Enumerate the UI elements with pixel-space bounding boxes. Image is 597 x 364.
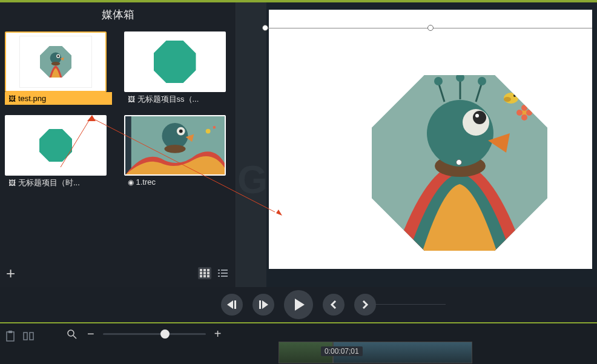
svg-marker-59	[295, 299, 305, 311]
timeline-bar: − + 0:00:07;01	[0, 322, 597, 364]
media-thumbnail	[5, 31, 107, 92]
media-filename: test.png	[18, 94, 46, 103]
svg-point-3	[58, 55, 59, 57]
svg-rect-23	[218, 270, 220, 271]
svg-rect-21	[203, 275, 206, 277]
svg-point-47	[516, 110, 523, 116]
media-item-recording[interactable]: ◉ 1.trec	[124, 115, 231, 190]
svg-line-65	[73, 336, 76, 339]
add-media-button[interactable]: +	[6, 265, 15, 281]
svg-marker-55	[227, 300, 233, 309]
svg-point-64	[68, 330, 74, 336]
media-thumbnail	[124, 115, 226, 176]
svg-rect-26	[221, 273, 228, 274]
clipboard-icon	[5, 331, 15, 342]
svg-point-40	[475, 114, 479, 117]
canvas-area	[236, 2, 597, 287]
media-filename: 1.trec	[136, 177, 156, 187]
play-button[interactable]	[284, 290, 313, 319]
svg-point-37	[478, 77, 486, 85]
svg-point-10	[179, 130, 182, 133]
svg-rect-20	[200, 275, 202, 277]
svg-rect-57	[259, 300, 261, 309]
grid-icon	[200, 269, 209, 277]
media-label: 🖼 test.png	[5, 92, 112, 105]
svg-point-35	[434, 77, 443, 85]
zoom-slider-track[interactable]	[103, 333, 206, 335]
prev-marker-button[interactable]	[323, 294, 345, 316]
thumb-art-recording	[125, 115, 225, 176]
image-icon: 🖼	[128, 95, 135, 104]
media-filename: 无标题项目（时...	[18, 177, 80, 188]
media-bin-title: 媒体箱	[0, 2, 236, 28]
split-icon	[23, 331, 34, 342]
svg-rect-60	[7, 332, 14, 341]
svg-point-48	[526, 110, 532, 116]
playback-progress-line[interactable]	[373, 304, 446, 305]
svg-point-49	[521, 105, 527, 111]
media-item-untitled-time[interactable]: 🖼 无标题项目（时...	[5, 115, 112, 190]
zoom-in-button[interactable]: +	[214, 327, 222, 341]
media-thumbnail	[5, 115, 107, 176]
svg-point-5	[51, 62, 61, 65]
svg-point-43	[513, 94, 516, 97]
canvas-gutter	[236, 2, 266, 287]
canvas-viewport[interactable]	[269, 10, 592, 269]
list-icon	[218, 269, 228, 277]
frame-back-button[interactable]	[221, 294, 243, 316]
svg-rect-56	[234, 300, 236, 309]
selection-handle-center[interactable]	[456, 159, 462, 165]
svg-rect-22	[207, 275, 209, 277]
media-thumbnail	[124, 31, 226, 92]
image-icon: 🖼	[8, 179, 16, 187]
svg-rect-28	[221, 276, 228, 277]
selection-handle-tl[interactable]	[262, 25, 268, 31]
svg-rect-63	[30, 333, 33, 340]
media-bin-panel: 媒体箱	[0, 2, 236, 287]
media-filename: 无标题项目ss（...	[137, 94, 199, 105]
zoom-search-button[interactable]	[65, 328, 79, 341]
playhead-time: 0:00:07;01	[321, 346, 363, 356]
media-label: 🖼 无标题项目（时...	[5, 176, 112, 190]
media-item-test[interactable]: 🖼 test.png	[5, 31, 112, 107]
svg-rect-16	[207, 269, 209, 271]
timeline-clips	[279, 342, 472, 363]
thumb-art-octagon-bird	[40, 46, 71, 78]
media-label: ◉ 1.trec	[124, 176, 231, 188]
svg-rect-25	[218, 273, 220, 274]
selection-handle-tc[interactable]	[427, 25, 434, 31]
frame-forward-button[interactable]	[252, 294, 274, 316]
paste-button[interactable]	[4, 329, 17, 343]
magnifier-icon	[67, 329, 77, 339]
zoom-slider-thumb[interactable]	[160, 329, 170, 339]
timeline-zoom-control: − +	[65, 327, 221, 341]
image-icon: 🖼	[8, 94, 16, 103]
svg-rect-18	[203, 272, 206, 274]
play-icon	[292, 299, 305, 311]
list-view-button[interactable]	[216, 267, 229, 279]
view-toggle-group	[198, 267, 229, 279]
svg-rect-14	[200, 269, 202, 271]
svg-rect-19	[207, 272, 209, 274]
media-item-untitled-ss[interactable]: 🖼 无标题项目ss（...	[124, 31, 231, 107]
main-area: 媒体箱	[0, 2, 597, 287]
svg-point-50	[521, 114, 527, 121]
media-label: 🖼 无标题项目ss（...	[124, 92, 231, 107]
playback-bar	[0, 287, 597, 322]
split-button[interactable]	[22, 329, 35, 343]
chevron-right-icon	[361, 300, 369, 309]
svg-rect-61	[8, 331, 12, 333]
grid-view-button[interactable]	[198, 267, 211, 279]
zoom-out-button[interactable]: −	[87, 327, 94, 341]
svg-marker-58	[262, 300, 268, 309]
svg-point-39	[473, 111, 486, 124]
svg-rect-17	[200, 272, 202, 274]
recording-icon: ◉	[128, 178, 134, 187]
chevron-left-icon	[330, 300, 337, 309]
svg-rect-27	[218, 276, 220, 277]
next-marker-button[interactable]	[354, 294, 376, 316]
svg-point-13	[205, 129, 210, 134]
svg-rect-15	[203, 269, 206, 271]
svg-rect-7	[125, 116, 131, 175]
media-panel-footer: +	[0, 262, 236, 287]
